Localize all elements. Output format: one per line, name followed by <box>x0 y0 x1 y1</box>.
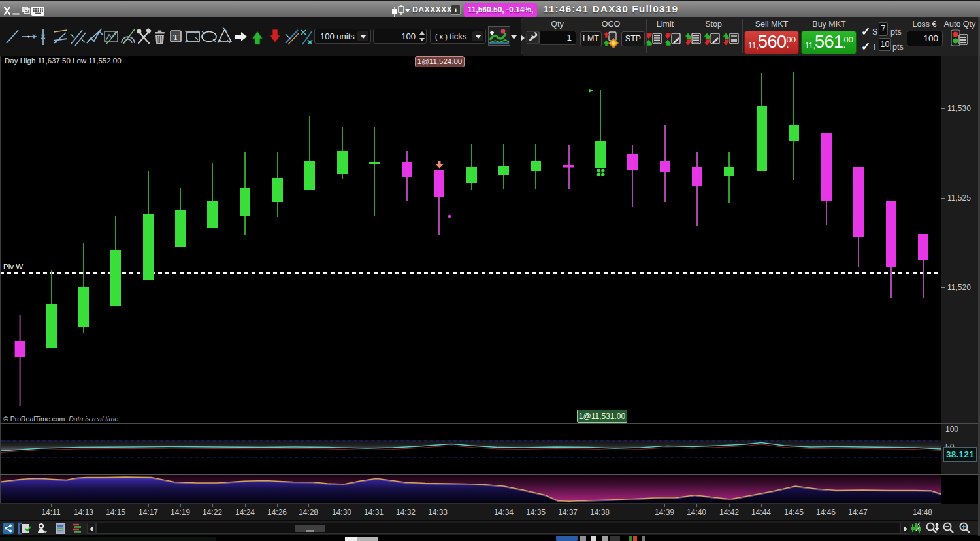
svg-text:T: T <box>173 33 178 42</box>
